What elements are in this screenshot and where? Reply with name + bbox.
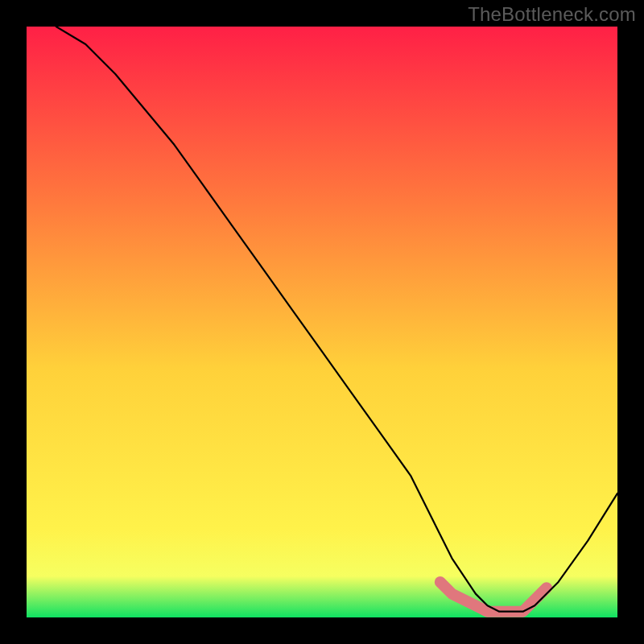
chart-stage: TheBottleneck.com [0, 0, 644, 644]
gradient-bg [27, 27, 617, 617]
gradient-and-curve [27, 27, 617, 617]
plot-area [27, 27, 617, 617]
watermark-text: TheBottleneck.com [468, 3, 636, 26]
